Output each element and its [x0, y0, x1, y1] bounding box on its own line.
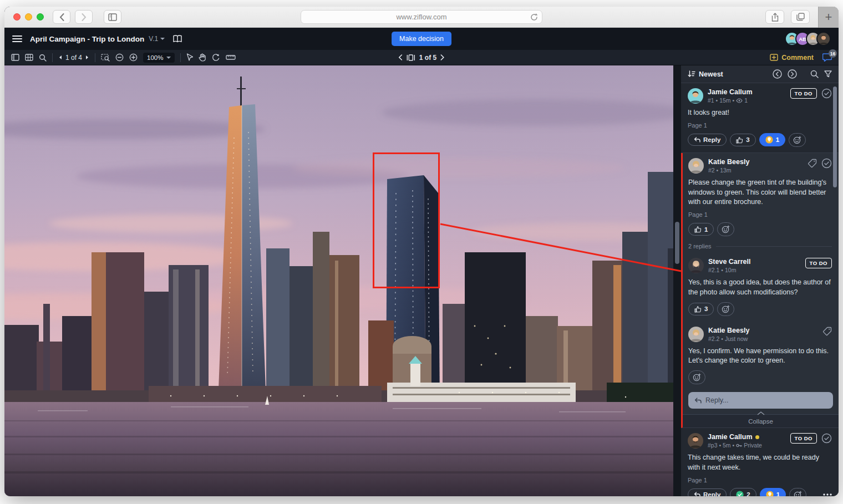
- reply-button[interactable]: Reply: [688, 134, 727, 146]
- search-icon[interactable]: [39, 54, 47, 62]
- add-reaction-button[interactable]: [717, 222, 734, 236]
- comments-list[interactable]: Jamie Callum #1 • 15m • 1 TO DO: [681, 83, 839, 496]
- comment-body: This change takes time, we could be read…: [688, 453, 832, 473]
- measure-tool-icon[interactable]: [226, 54, 236, 60]
- reply-input[interactable]: Reply...: [688, 392, 833, 409]
- comment-thread-selected[interactable]: Katie Beesly #2 • 13m: [681, 153, 839, 428]
- collapse-thread-button[interactable]: Collapse: [683, 414, 839, 427]
- share-button[interactable]: [765, 10, 784, 24]
- zoom-level-dropdown[interactable]: 100%: [143, 53, 175, 63]
- rotate-tool-icon[interactable]: [212, 53, 220, 62]
- next-version-icon[interactable]: [85, 55, 89, 60]
- reply-button[interactable]: Reply: [688, 488, 727, 496]
- reload-icon[interactable]: [530, 13, 538, 22]
- smiley-add-icon: [722, 225, 730, 233]
- add-comment-button[interactable]: Comment: [770, 54, 814, 62]
- thumbs-up-icon: [694, 306, 702, 313]
- close-window-button[interactable]: [13, 13, 21, 21]
- reply-arrow-icon: [694, 492, 700, 496]
- todo-badge[interactable]: TO DO: [805, 258, 832, 268]
- tag-icon[interactable]: [822, 327, 832, 336]
- todo-badge[interactable]: TO DO: [790, 88, 817, 99]
- resolved-reaction-button[interactable]: 2: [730, 488, 756, 496]
- next-page-icon[interactable]: [440, 54, 445, 60]
- version-selector[interactable]: V.1: [149, 35, 165, 43]
- check-circle-icon: [736, 491, 744, 496]
- annotation-rectangle[interactable]: [373, 152, 440, 288]
- comment-page-link[interactable]: Page 1: [688, 211, 832, 218]
- zoom-out-icon[interactable]: [115, 53, 124, 62]
- like-reaction-button[interactable]: 3: [730, 134, 755, 146]
- smiley-add-icon: [722, 305, 730, 313]
- prev-version-icon[interactable]: [58, 55, 62, 60]
- comment-item[interactable]: Katie Beesly #2 • 13m: [683, 153, 839, 242]
- new-tab-label: +: [825, 10, 832, 24]
- marquee-zoom-icon[interactable]: [101, 54, 110, 62]
- forward-button[interactable]: [75, 10, 93, 24]
- tabs-overview-button[interactable]: [791, 10, 810, 24]
- grid-view-icon[interactable]: [25, 54, 33, 61]
- add-reaction-button[interactable]: [717, 302, 734, 316]
- zoom-window-button[interactable]: [37, 13, 44, 21]
- add-reaction-button[interactable]: [688, 370, 705, 384]
- comment-page-link[interactable]: Page 1: [688, 122, 832, 129]
- zoom-in-icon[interactable]: [129, 53, 138, 62]
- comment-count-badge: 16: [829, 49, 837, 58]
- pan-tool-icon[interactable]: [199, 53, 206, 62]
- reader-view-icon[interactable]: [172, 35, 182, 43]
- add-reaction-button[interactable]: [789, 133, 806, 147]
- arrow-right-circle-icon: [788, 69, 797, 79]
- todo-badge[interactable]: TO DO: [790, 433, 817, 444]
- lightbulb-icon: [765, 136, 773, 144]
- thumbnails-panel-icon[interactable]: [11, 54, 19, 61]
- reply-arrow-icon: [694, 137, 700, 142]
- private-key-icon: [736, 443, 742, 448]
- resolve-check-icon[interactable]: [821, 433, 832, 444]
- url-text: www.ziflow.com: [396, 13, 446, 21]
- comment-item[interactable]: Jamie Callum #p3 • 5m • Private TO DO: [681, 428, 839, 496]
- select-tool-icon[interactable]: [186, 53, 193, 62]
- search-comments-icon[interactable]: [810, 70, 819, 78]
- tag-icon[interactable]: [808, 159, 817, 168]
- comment-item[interactable]: Jamie Callum #1 • 15m • 1 TO DO: [681, 83, 839, 153]
- reply-item[interactable]: Steve Carrell #2.1 • 10m TO DO Yes, this…: [683, 253, 839, 322]
- tabs-icon: [796, 13, 805, 21]
- sort-dropdown[interactable]: Newest: [688, 70, 723, 78]
- avatar[interactable]: [816, 32, 831, 46]
- comments-panel-toggle[interactable]: 16: [822, 53, 832, 62]
- resolve-check-icon[interactable]: [821, 88, 832, 99]
- resolve-check-icon[interactable]: [821, 158, 832, 169]
- idea-reaction-button[interactable]: 1: [760, 488, 786, 496]
- reply-item[interactable]: Katie Beesly #2.2 • Just now Yes, I conf…: [683, 322, 839, 390]
- like-reaction-button[interactable]: 3: [688, 303, 714, 315]
- page-pager: 1 of 5: [398, 54, 445, 62]
- smiley-add-icon: [794, 491, 802, 497]
- comment-page-link[interactable]: Page 1: [688, 477, 832, 483]
- person-photo: [817, 32, 830, 46]
- canvas-scrollbar[interactable]: [673, 65, 681, 496]
- minimize-window-button[interactable]: [25, 13, 32, 21]
- idea-reaction-button[interactable]: 1: [759, 133, 785, 146]
- prev-page-icon[interactable]: [398, 54, 403, 60]
- add-reaction-button[interactable]: [789, 488, 806, 497]
- filter-comments-icon[interactable]: [824, 70, 832, 78]
- sidebar-toggle-button[interactable]: [104, 10, 121, 24]
- version-pager: 1 of 4: [58, 54, 89, 62]
- next-comment-button[interactable]: [788, 69, 797, 79]
- address-bar[interactable]: www.ziflow.com: [301, 10, 542, 24]
- prev-comment-button[interactable]: [773, 69, 782, 79]
- canvas-scrollbar-thumb[interactable]: [675, 222, 679, 264]
- comment-author: Jamie Callum: [708, 88, 753, 96]
- sidebar-icon: [108, 13, 117, 21]
- like-reaction-button[interactable]: 1: [688, 223, 714, 236]
- proof-canvas[interactable]: [4, 65, 673, 496]
- more-options-button[interactable]: [823, 493, 832, 496]
- comment-body: Please change the green tint of the buil…: [688, 178, 832, 207]
- make-decision-button[interactable]: Make decision: [392, 32, 451, 46]
- panel-scrollbar-thumb[interactable]: [833, 86, 837, 187]
- back-button[interactable]: [53, 10, 70, 24]
- new-tab-button[interactable]: +: [818, 7, 839, 28]
- menu-button[interactable]: [12, 35, 22, 42]
- comment-add-icon: [770, 54, 778, 61]
- reply-arrow-icon: [694, 398, 702, 404]
